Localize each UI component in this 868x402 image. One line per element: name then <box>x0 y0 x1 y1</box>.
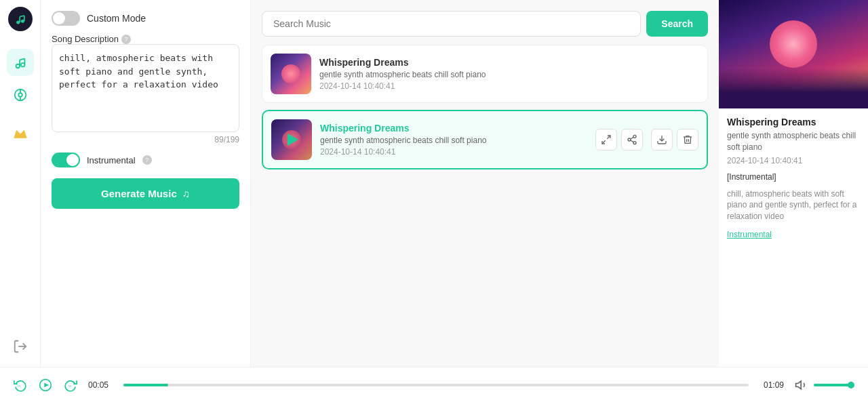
song-description-label: Song Description ? <box>52 34 239 44</box>
bottom-player: 15 15 00:05 01:09 <box>0 367 868 402</box>
svg-point-11 <box>18 93 22 97</box>
delete-button[interactable] <box>677 129 698 150</box>
sun-graphic <box>770 20 817 68</box>
music-thumb-2 <box>271 119 312 160</box>
volume-bar[interactable] <box>814 384 854 386</box>
svg-line-16 <box>607 136 610 139</box>
share-button[interactable] <box>621 129 643 150</box>
music-tags-2: gentle synth atmospheric beats chill sof… <box>320 136 587 145</box>
forward-15-button[interactable]: 15 <box>64 378 77 392</box>
right-title: Whispering Dreams <box>727 117 860 127</box>
right-cover-image <box>719 0 868 108</box>
sidebar-item-crown[interactable] <box>7 119 34 146</box>
music-list: Whispering Dreams gentle synth atmospher… <box>262 45 708 169</box>
instrumental-row: Instrumental ? <box>52 153 239 167</box>
player-controls: 15 15 <box>14 375 77 395</box>
music-info-1: Whispering Dreams gentle synth atmospher… <box>319 57 699 91</box>
time-total: 01:09 <box>760 380 784 390</box>
svg-line-4 <box>20 16 24 17</box>
svg-marker-26 <box>44 382 49 387</box>
right-instrumental-badge: [Instrumental] <box>727 172 860 182</box>
svg-text:15: 15 <box>68 384 72 388</box>
right-prompt: chill, atmospheric beats with soft piano… <box>727 188 860 222</box>
instrumental-toggle[interactable] <box>52 153 80 167</box>
music-thumb-1 <box>271 54 311 94</box>
volume-knob <box>848 382 854 388</box>
rocks-graphic <box>719 68 868 108</box>
instrumental-label: Instrumental <box>87 155 136 165</box>
sidebar-item-exit[interactable] <box>7 333 34 360</box>
char-count: 89/199 <box>52 135 239 144</box>
right-tags: gentle synth atmospheric beats chill sof… <box>727 130 860 153</box>
svg-text:15: 15 <box>18 384 21 388</box>
rewind-15-button[interactable]: 15 <box>14 378 27 392</box>
music-card-2[interactable]: Whispering Dreams gentle synth atmospher… <box>262 110 708 169</box>
right-tag-link[interactable]: Instrumental <box>727 230 772 239</box>
sidebar-item-music-gen[interactable] <box>7 49 34 76</box>
svg-marker-14 <box>14 130 26 138</box>
expand-button[interactable] <box>595 129 617 150</box>
search-button[interactable]: Search <box>646 11 708 37</box>
custom-mode-toggle[interactable] <box>52 11 80 26</box>
custom-mode-label: Custom Mode <box>87 13 146 24</box>
music-tags-1: gentle synth atmospheric beats chill sof… <box>319 70 699 79</box>
time-current: 00:05 <box>88 380 113 390</box>
search-row: Search <box>262 11 708 37</box>
app-logo <box>8 7 33 31</box>
generate-music-button[interactable]: Generate Music ♫ <box>52 178 239 209</box>
svg-line-22 <box>631 137 634 139</box>
svg-marker-28 <box>796 381 802 389</box>
music-date-1: 2024-10-14 10:40:41 <box>319 81 699 91</box>
center-panel: Search Whispering Dreams gentle synth at… <box>251 0 719 367</box>
music-date-2: 2024-10-14 10:40:41 <box>320 147 587 157</box>
volume-area <box>795 378 854 392</box>
sidebar-item-remix[interactable] <box>7 81 34 108</box>
music-card-1[interactable]: Whispering Dreams gentle synth atmospher… <box>262 45 708 103</box>
play-button[interactable] <box>35 375 56 395</box>
volume-button[interactable] <box>795 378 808 392</box>
svg-line-21 <box>631 140 634 142</box>
progress-bar[interactable] <box>123 384 749 386</box>
svg-line-9 <box>20 59 24 60</box>
svg-point-19 <box>628 138 631 141</box>
right-panel: Whispering Dreams gentle synth atmospher… <box>719 0 868 367</box>
song-description-input[interactable]: chill, atmospheric beats with soft piano… <box>52 44 239 132</box>
right-info: Whispering Dreams gentle synth atmospher… <box>719 108 868 248</box>
svg-line-17 <box>602 140 606 144</box>
svg-point-18 <box>633 135 636 138</box>
help-icon: ? <box>121 35 131 44</box>
right-date: 2024-10-14 10:40:41 <box>727 156 860 165</box>
progress-fill <box>123 384 168 386</box>
search-input[interactable] <box>262 11 641 37</box>
music-title-1: Whispering Dreams <box>319 57 699 68</box>
music-info-2: Whispering Dreams gentle synth atmospher… <box>320 123 587 157</box>
custom-mode-row: Custom Mode <box>52 11 239 26</box>
svg-point-20 <box>633 142 636 144</box>
music-actions-2 <box>595 129 698 150</box>
download-button[interactable] <box>651 129 673 150</box>
instrumental-help-icon: ? <box>142 155 152 165</box>
song-description-section: Song Description ? chill, atmospheric be… <box>52 34 239 144</box>
sidebar <box>0 0 41 367</box>
music-title-2: Whispering Dreams <box>320 123 587 134</box>
left-panel: Custom Mode Song Description ? chill, at… <box>41 0 251 367</box>
